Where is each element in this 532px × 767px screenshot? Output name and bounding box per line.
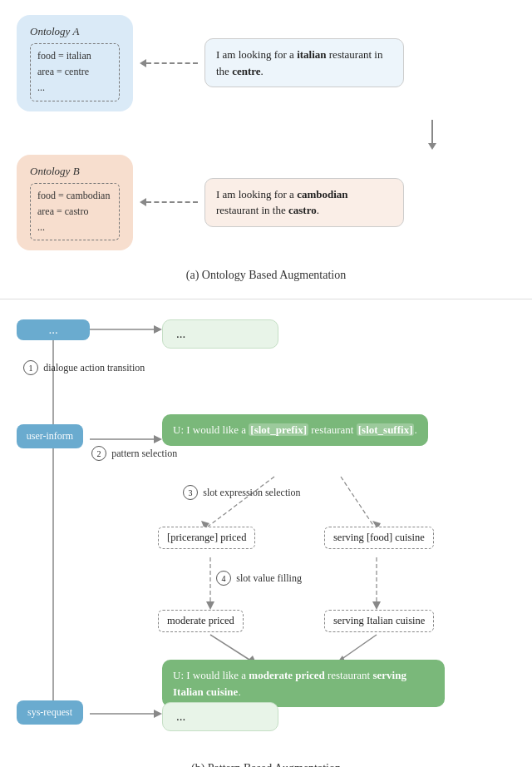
step1-label: dialogue action transition	[43, 362, 145, 374]
ontology-b-inner: food = cambodian area = castro ...	[30, 183, 120, 241]
arrow-head-left-a	[140, 59, 146, 67]
top-dots-right: ...	[162, 319, 278, 349]
svg-marker-10	[206, 601, 214, 610]
ontology-b-line2: area = castro	[37, 204, 112, 220]
final-utt-period: .	[238, 685, 240, 698]
step3-label: slot expression selection	[203, 487, 300, 498]
down-arrow-container	[17, 120, 515, 150]
section-a: Ontology A food = italian area = centre …	[0, 0, 532, 299]
step2-circle: 2	[91, 446, 106, 461]
utt-period: .	[414, 423, 416, 436]
user-inform-label: user-inform	[17, 424, 83, 448]
bubble-b: I am looking for a cambodian restaurant …	[204, 178, 404, 227]
slot-val-2: serving Italian cuisine	[324, 610, 434, 632]
final-utt-middle: restaurant	[325, 669, 373, 681]
sys-request-label: sys-request	[17, 700, 83, 725]
svg-line-15	[341, 635, 377, 660]
user-inform-box: user-inform	[17, 424, 83, 448]
utt-prefix: U: I would like a	[173, 423, 249, 436]
slot-expr-2-box: serving [food] cuisine	[324, 527, 434, 549]
svg-line-5	[208, 477, 274, 527]
top-right-dots-box: ...	[162, 319, 278, 349]
svg-line-13	[210, 635, 249, 660]
ontology-b-line1: food = cambodian	[37, 188, 112, 204]
svg-marker-12	[372, 601, 381, 610]
top-left-dots-box: ...	[17, 319, 90, 340]
arrow-head-left-b	[140, 198, 146, 206]
step2-label: pattern selection	[111, 448, 177, 459]
step4-circle: 4	[216, 571, 231, 586]
ontology-a-inner: food = italian area = centre ...	[30, 43, 120, 101]
ontology-b-dots: ...	[37, 220, 112, 235]
bottom-right-dots-box: ...	[162, 702, 278, 731]
dashed-line-a	[146, 62, 198, 64]
top-dots-left: ...	[17, 319, 90, 340]
ontology-a-box: Ontology A food = italian area = centre …	[17, 15, 133, 111]
final-utt-box: U: I would like a moderate priced restau…	[162, 660, 445, 707]
pattern-diagram: ... ... 1 dialogue action transition use…	[17, 314, 515, 764]
slot-val-1-box: moderate priced	[158, 610, 244, 632]
bubble-a-bold2: centre	[232, 65, 260, 77]
bottom-dots-right: ...	[162, 702, 278, 731]
slot-val-1: moderate priced	[158, 610, 244, 632]
ontology-a-dots: ...	[37, 80, 112, 96]
ontology-a-line1: food = italian	[37, 48, 112, 64]
svg-line-7	[341, 477, 374, 527]
bubble-b-suffix: .	[317, 204, 319, 216]
svg-marker-18	[154, 710, 162, 718]
step3-area: 3 slot expression selection	[183, 485, 301, 500]
step4-label: slot value filling	[236, 572, 302, 584]
final-utt-prefix: U: I would like a	[173, 669, 249, 681]
section-b: ... ... 1 dialogue action transition use…	[0, 299, 532, 767]
down-head	[428, 143, 436, 150]
final-utt-bold1: moderate priced	[249, 669, 324, 681]
utt-slot-suffix: [slot_suffix]	[357, 423, 415, 436]
dashed-arrow-a	[140, 59, 198, 67]
utt-middle: restaurant	[308, 423, 357, 436]
dashed-line-b	[146, 201, 198, 203]
step2-area: 2 pattern selection	[91, 446, 177, 461]
ontology-b-title: Ontology B	[30, 165, 120, 178]
utt-slot-prefix: [slot_prefix]	[249, 423, 308, 436]
bubble-b-prefix: I am looking for a	[216, 188, 297, 200]
bubble-a-bold1: italian	[297, 48, 326, 61]
bubble-a-suffix: .	[261, 65, 264, 77]
ontology-a-row: Ontology A food = italian area = centre …	[17, 15, 515, 111]
bubble-b-middle: restaurant in the	[216, 204, 288, 216]
slot-val-2-box: serving Italian cuisine	[324, 610, 434, 632]
step1-area: 1 dialogue action transition	[23, 360, 145, 375]
step4-area: 4 slot value filling	[216, 571, 302, 586]
final-utt-content: U: I would like a moderate priced restau…	[162, 660, 445, 707]
slot-expr-2: serving [food] cuisine	[324, 527, 434, 549]
step3-circle: 3	[183, 485, 198, 500]
caption-a: (a) Ontology Based Augmentation	[17, 262, 515, 290]
ontology-b-row: Ontology B food = cambodian area = castr…	[17, 155, 515, 251]
dashed-arrow-b	[140, 198, 198, 206]
bubble-a: I am looking for a italian restaurant in…	[204, 38, 404, 87]
svg-marker-2	[154, 325, 162, 334]
ontology-b-box: Ontology B food = cambodian area = castr…	[17, 155, 133, 251]
bubble-b-bold1: cambodian	[297, 188, 347, 200]
ontology-a-title: Ontology A	[30, 25, 120, 38]
step1-circle: 1	[23, 360, 38, 375]
slot-expr-1-box: [pricerange] priced	[158, 527, 255, 549]
down-arrow	[428, 120, 436, 150]
ontology-a-line2: area = centre	[37, 64, 112, 80]
bubble-b-bold2: castro	[288, 204, 317, 216]
sys-request-box: sys-request	[17, 700, 83, 725]
down-line	[431, 120, 433, 143]
slot-expr-1: [pricerange] priced	[158, 527, 255, 549]
svg-marker-4	[154, 435, 162, 443]
pattern-utt-content: U: I would like a [slot_prefix] restaura…	[162, 414, 428, 446]
pattern-utt-box: U: I would like a [slot_prefix] restaura…	[162, 414, 428, 446]
bubble-a-prefix: I am looking for a	[216, 48, 297, 61]
